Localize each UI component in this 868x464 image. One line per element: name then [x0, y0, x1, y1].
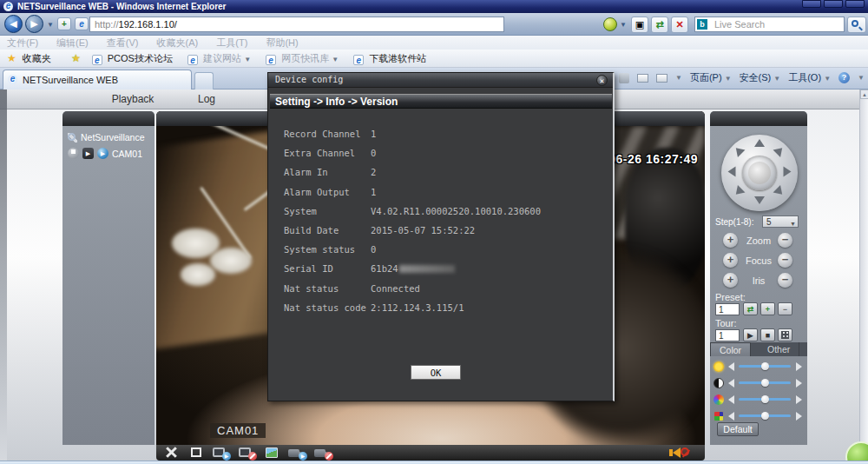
record-all-button[interactable]: ▶ [288, 447, 306, 459]
quick-tabs-icon[interactable]: + [57, 17, 71, 30]
search-input[interactable]: b Live Search [694, 17, 845, 32]
help-icon[interactable]: ? [838, 72, 850, 83]
menu-favorites[interactable]: 收藏夹(A) [157, 37, 199, 48]
default-button[interactable]: Default [717, 422, 759, 436]
decrease-arrow-icon[interactable] [728, 395, 734, 404]
help-dropdown-icon[interactable]: ▼ [858, 74, 865, 82]
compat-dropdown-icon[interactable]: ▼ [620, 21, 627, 29]
focus-in-button[interactable]: + [723, 253, 738, 268]
command-safety[interactable]: 安全(S) ▼ [740, 71, 781, 84]
page-scrollbar[interactable]: ▲ [859, 89, 868, 461]
maximize-button[interactable] [824, 0, 843, 8]
favorite-item-4[interactable]: 下载港软件站 [369, 53, 426, 63]
menu-edit[interactable]: 编辑(E) [56, 37, 89, 48]
page-preview-button[interactable]: ▣ [631, 17, 648, 33]
tab-other[interactable]: Other [759, 342, 799, 356]
decrease-arrow-icon[interactable] [728, 412, 734, 421]
search-button[interactable] [847, 17, 866, 33]
brightness-slider[interactable] [739, 365, 791, 368]
increase-arrow-icon[interactable] [796, 412, 802, 421]
favorite-item-3[interactable]: 网页快讯库 ▼ [281, 53, 339, 63]
focus-out-button[interactable]: − [778, 253, 792, 268]
contrast-slider[interactable] [739, 381, 791, 384]
tour-start-button[interactable]: ▶ [743, 328, 758, 341]
slider-thumb[interactable] [761, 362, 769, 370]
preset-remove-button[interactable]: − [778, 302, 792, 315]
tab-netsurveillance[interactable]: e NETSurveillance WEB [3, 70, 192, 89]
compatibility-view-icon[interactable] [603, 17, 617, 31]
preset-input[interactable]: 1 [715, 303, 740, 315]
refresh-button[interactable]: ⇄ [651, 17, 668, 33]
favorites-label[interactable]: 收藏夹 [23, 53, 51, 63]
ptz-up-icon[interactable] [754, 139, 765, 147]
slider-thumb[interactable] [761, 379, 769, 387]
increase-arrow-icon[interactable] [796, 395, 802, 404]
ptz-left-icon[interactable] [728, 167, 736, 177]
tree-camera-item[interactable]: ▶ ▶ CAM01 [68, 148, 142, 159]
ptz-down-icon[interactable] [754, 196, 765, 204]
print-dropdown-icon[interactable]: ▼ [675, 74, 682, 82]
preset-add-button[interactable]: + [760, 302, 775, 315]
decrease-arrow-icon[interactable] [728, 379, 734, 388]
forward-button[interactable]: ▶ [25, 15, 43, 33]
command-page[interactable]: 页面(P) ▼ [690, 71, 732, 84]
zoom-in-button[interactable]: + [723, 233, 738, 248]
single-screen-button[interactable] [187, 447, 205, 459]
close-all-video-button[interactable] [238, 447, 255, 459]
ptz-wheel[interactable] [721, 135, 798, 211]
tab-playback[interactable]: Playback [95, 89, 170, 109]
close-window-button[interactable] [845, 0, 865, 8]
zoom-out-button[interactable]: − [778, 233, 792, 248]
mute-icon[interactable] [681, 447, 689, 456]
history-dropdown-icon[interactable]: ▼ [47, 21, 54, 29]
favorite-item-1[interactable]: PCOS技术论坛 [108, 53, 173, 63]
tour-setup-button[interactable] [778, 328, 792, 341]
tab-log[interactable]: Log [184, 89, 229, 109]
favorite-item-2[interactable]: 建议网站 ▼ [203, 53, 251, 63]
saturation-slider[interactable] [739, 398, 791, 401]
ptz-center-icon[interactable] [742, 156, 777, 190]
dialog-close-icon[interactable]: ✕ [596, 75, 608, 86]
preset-goto-button[interactable]: ⇄ [743, 302, 758, 315]
ptz-down-right-icon[interactable] [773, 185, 786, 198]
stop-stream-icon[interactable] [68, 148, 79, 159]
menu-tools[interactable]: 工具(T) [216, 37, 247, 48]
menu-help[interactable]: 帮助(H) [266, 37, 298, 48]
step-select[interactable]: 5 [762, 215, 799, 228]
ptz-down-left-icon[interactable] [733, 185, 746, 198]
mail-icon[interactable] [637, 74, 648, 83]
tour-input[interactable]: 1 [715, 329, 740, 341]
hue-slider[interactable] [739, 414, 791, 417]
dialog-titlebar[interactable]: Device config ✕ [268, 73, 613, 88]
ptz-up-left-icon[interactable] [733, 144, 746, 157]
menu-view[interactable]: 查看(V) [107, 37, 139, 48]
ok-button[interactable]: OK [411, 365, 461, 380]
connect-stream-icon[interactable]: ▶ [97, 148, 108, 159]
tour-stop-button[interactable]: ■ [760, 328, 775, 341]
increase-arrow-icon[interactable] [796, 379, 802, 388]
menu-file[interactable]: 文件(F) [7, 37, 38, 48]
ptz-up-right-icon[interactable] [773, 144, 786, 157]
speaker-icon[interactable] [673, 447, 681, 458]
fullscreen-button[interactable] [163, 447, 181, 459]
ptz-right-icon[interactable] [784, 167, 792, 177]
open-all-video-button[interactable]: ▶ [212, 447, 229, 459]
tree-root-item[interactable]: NetSurveillance [68, 132, 145, 143]
rss-feed-icon[interactable] [619, 73, 629, 83]
add-favorite-icon[interactable]: ★ [71, 52, 81, 64]
iris-open-button[interactable]: + [723, 273, 738, 288]
back-button[interactable]: ◀ [4, 15, 23, 33]
iris-close-button[interactable]: − [778, 273, 792, 288]
print-icon[interactable] [656, 74, 667, 83]
stop-record-button[interactable] [314, 447, 332, 459]
play-stream-icon[interactable]: ▶ [82, 148, 94, 159]
decrease-arrow-icon[interactable] [728, 362, 734, 371]
command-tools[interactable]: 工具(O) ▼ [788, 71, 831, 84]
increase-arrow-icon[interactable] [796, 362, 802, 371]
stop-button[interactable]: ✕ [671, 17, 688, 33]
snapshot-button[interactable] [264, 447, 281, 459]
tab-color[interactable]: Color [710, 342, 751, 356]
slider-thumb[interactable] [761, 412, 769, 420]
minimize-button[interactable] [802, 0, 821, 8]
slider-thumb[interactable] [761, 395, 769, 403]
